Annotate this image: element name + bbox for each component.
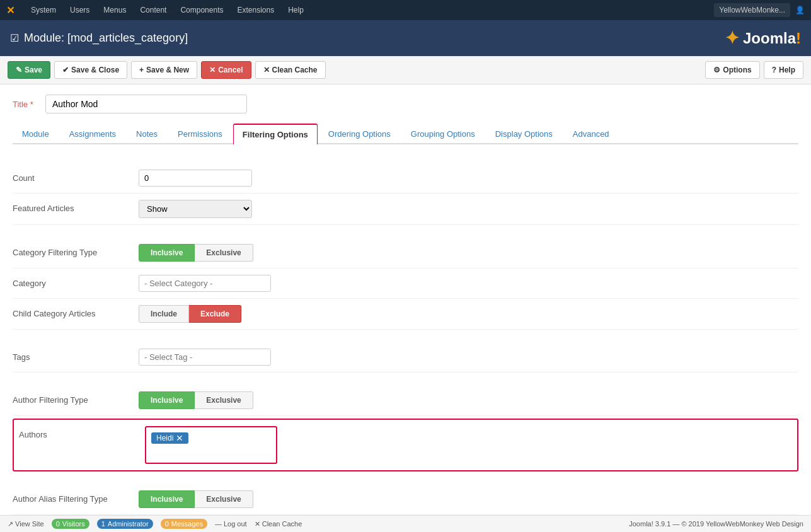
cancel-button[interactable]: ✕ Cancel (201, 61, 251, 79)
tab-assignments[interactable]: Assignments (60, 124, 125, 144)
child-category-row: Child Category Articles Include Exclude (13, 299, 798, 330)
nav-menu: System Users Menus Content Components Ex… (25, 2, 714, 18)
child-category-label: Child Category Articles (13, 305, 139, 318)
category-exclusive-btn[interactable]: Exclusive (195, 244, 253, 262)
page-title: Module: [mod_articles_category] (24, 32, 188, 45)
top-nav-right: YellowWebMonke... 👤 (714, 3, 805, 17)
spacer-4 (13, 474, 798, 484)
help-button[interactable]: ? Help (764, 61, 803, 79)
messages-count: 0 (165, 520, 169, 528)
nav-content[interactable]: Content (134, 2, 173, 18)
statusbar-clean-cache[interactable]: ✕ Clean Cache (255, 520, 302, 528)
question-icon: ? (772, 66, 776, 74)
save-close-label: Save & Close (71, 66, 119, 74)
user-menu[interactable]: YellowWebMonke... (714, 3, 790, 17)
tab-filtering-options[interactable]: Filtering Options (233, 124, 318, 144)
featured-articles-row: Featured Articles Show Hide Only (13, 194, 798, 225)
author-alias-control: Inclusive Exclusive (139, 490, 798, 508)
nav-system[interactable]: System (25, 2, 62, 18)
tab-display-options[interactable]: Display Options (486, 124, 562, 144)
admin-badge: 1 Administrator (97, 519, 153, 529)
author-remove-icon[interactable]: ✕ (176, 434, 183, 442)
joomla-x-logo: ✕ (6, 4, 14, 16)
child-exclude-btn[interactable]: Exclude (189, 305, 241, 323)
authors-row: Authors Heidi ✕ (13, 419, 798, 471)
clean-cache-button[interactable]: ✕ Clean Cache (255, 61, 326, 79)
author-tag-heidi: Heidi ✕ (151, 432, 188, 444)
child-category-control: Include Exclude (139, 305, 798, 323)
version-info: Joomla! 3.9.1 — © 2019 YellowWebMonkey W… (629, 520, 803, 528)
nav-help[interactable]: Help (282, 2, 310, 18)
category-filtering-type-label: Category Filtering Type (13, 244, 139, 257)
visitors-label: Visitors (62, 520, 85, 528)
view-site-link[interactable]: ↗ View Site (8, 520, 44, 528)
save-button[interactable]: ✎ Save (8, 61, 50, 79)
filtering-options-form: Count Featured Articles Show Hide Only C… (13, 157, 798, 521)
featured-articles-select[interactable]: Show Hide Only (139, 200, 252, 218)
count-input[interactable] (139, 170, 252, 187)
logout-link[interactable]: — Log out (215, 520, 247, 528)
spacer-1 (13, 225, 798, 238)
count-label: Count (13, 170, 139, 183)
save-new-label: Save & New (146, 66, 189, 74)
joomla-brand-text: Joomla! (743, 30, 801, 47)
required-asterisk: * (30, 100, 33, 109)
author-name: Heidi (156, 434, 173, 442)
cancel-icon: ✕ (209, 66, 216, 74)
title-row: Title * (13, 95, 798, 113)
nav-components[interactable]: Components (174, 2, 229, 18)
author-alias-inclusive-btn[interactable]: Inclusive (139, 490, 195, 508)
child-include-btn[interactable]: Include (139, 305, 189, 323)
tab-permissions[interactable]: Permissions (168, 124, 232, 144)
author-inclusive-btn[interactable]: Inclusive (139, 391, 195, 409)
tags-row: Tags (13, 342, 798, 373)
category-input[interactable] (139, 275, 271, 292)
category-inclusive-btn[interactable]: Inclusive (139, 244, 195, 262)
tags-control (139, 349, 798, 366)
cancel-label: Cancel (218, 66, 243, 74)
save-new-button[interactable]: + Save & New (131, 61, 197, 79)
admin-label: Administrator (108, 520, 149, 528)
save-label: Save (25, 66, 42, 74)
external-link-icon: ↗ (8, 520, 13, 528)
options-label: Options (723, 66, 751, 74)
tab-notes[interactable]: Notes (127, 124, 167, 144)
authors-label: Authors (19, 426, 145, 439)
save-close-button[interactable]: ✔ Save & Close (54, 61, 127, 79)
author-alias-toggle: Inclusive Exclusive (139, 490, 253, 508)
broom-icon: ✕ (255, 520, 260, 528)
messages-badge: 0 Messages (161, 519, 207, 529)
category-filtering-type-row: Category Filtering Type Inclusive Exclus… (13, 238, 798, 269)
toolbar: ✎ Save ✔ Save & Close + Save & New ✕ Can… (0, 56, 811, 84)
tab-advanced[interactable]: Advanced (563, 124, 619, 144)
author-alias-exclusive-btn[interactable]: Exclusive (195, 490, 253, 508)
clean-cache-icon: ✕ (263, 66, 270, 74)
messages-label: Messages (171, 520, 203, 528)
child-category-toggle: Include Exclude (139, 305, 241, 323)
tab-ordering-options[interactable]: Ordering Options (319, 124, 400, 144)
authors-box[interactable]: Heidi ✕ (145, 426, 277, 464)
category-row: Category (13, 269, 798, 299)
module-checkbox-icon[interactable]: ☑ (10, 32, 19, 44)
spacer-2 (13, 330, 798, 342)
author-filtering-type-toggle: Inclusive Exclusive (139, 391, 253, 409)
authors-control: Heidi ✕ (145, 426, 792, 464)
plus-icon: + (139, 66, 144, 74)
save-icon: ✎ (16, 66, 22, 74)
options-button[interactable]: ⚙ Options (705, 61, 759, 79)
author-alias-label: Author Alias Filtering Type (13, 490, 139, 504)
author-exclusive-btn[interactable]: Exclusive (195, 391, 253, 409)
joomla-flame-icon: ✦ (725, 28, 739, 49)
author-filtering-type-row: Author Filtering Type Inclusive Exclusiv… (13, 385, 798, 416)
tab-grouping-options[interactable]: Grouping Options (401, 124, 485, 144)
gear-icon: ⚙ (713, 66, 720, 74)
nav-menus[interactable]: Menus (97, 2, 132, 18)
nav-extensions[interactable]: Extensions (231, 2, 280, 18)
visitors-count: 0 (56, 520, 60, 528)
title-input[interactable] (45, 95, 247, 113)
user-avatar-icon: 👤 (795, 6, 805, 14)
tags-input[interactable] (139, 349, 271, 366)
tab-module[interactable]: Module (13, 124, 59, 144)
nav-users[interactable]: Users (64, 2, 96, 18)
category-filtering-type-control: Inclusive Exclusive (139, 244, 798, 262)
